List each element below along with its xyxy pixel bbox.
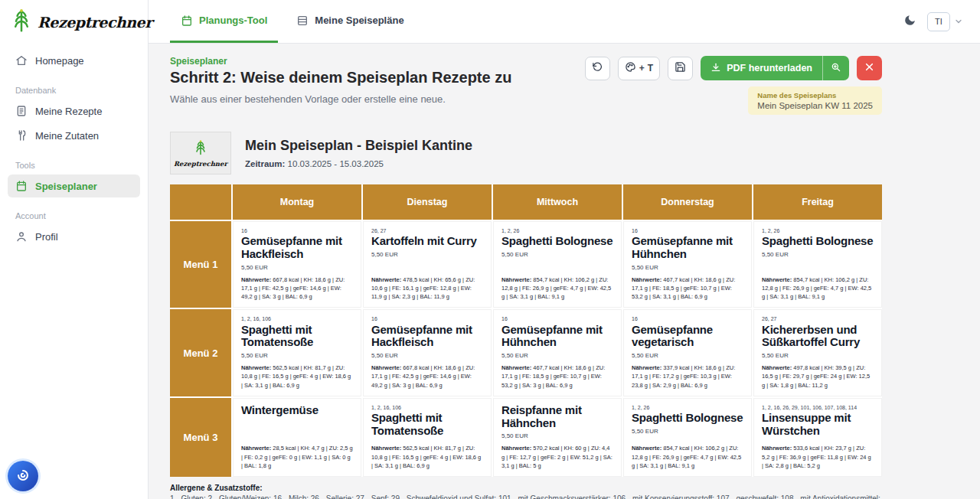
tab-label: Meine Speisepläne [315,15,403,26]
meal-price: 5,50 EUR [241,264,353,271]
chevron-down-icon [954,17,963,26]
meal-price: 5,50 EUR [632,352,743,359]
meal-allergens: 26, 27 [762,315,874,322]
meal-price: 5,50 EUR [762,251,874,258]
meal-price: 5,50 EUR [632,264,743,271]
chat-widget-button[interactable] [8,461,38,491]
sidebar-nav: Homepage Datenbank Meine Rezepte Meine Z… [0,44,148,254]
nutrition-label: Nährwerte: [632,445,662,452]
tab-planungs-tool[interactable]: Planungs-Tool [170,0,278,43]
meal-nutrition: Nährwerte: 28,5 kcal | KH: 4,7 g | ZU: 2… [241,439,353,470]
nutrition-label: Nährwerte: [241,445,271,452]
meal-allergens: 1, 2, 26 [632,404,743,411]
meal-cell-menu3-donnerstag[interactable]: 1, 2, 26 Spaghetti Bolognese 5,50 EUR Nä… [623,398,752,477]
meal-nutrition: Nährwerte: 478,5 kcal | KH: 65,6 g | ZU:… [371,271,483,302]
meal-price: 5,50 EUR [241,352,353,359]
plan-name-value: Mein Speiseplan KW 11 2025 [757,101,873,110]
meal-allergens: 1, 2, 26 [501,227,613,234]
meal-nutrition: Nährwerte: 562,5 kcal | KH: 81,7 g | ZU:… [241,359,353,390]
meal-cell-menu2-dienstag[interactable]: 16 Gemüsepfanne mit Hackfleisch 5,50 EUR… [363,309,492,396]
sidebar-item-meine-zutaten[interactable]: Meine Zutaten [8,124,140,147]
meal-cell-menu1-dienstag[interactable]: 26, 27 Kartoffeln mit Curry 5,50 EUR Näh… [363,221,492,308]
sidebar-item-label: Meine Zutaten [35,130,99,142]
meal-price: 5,50 EUR [501,251,613,258]
meal-cell-menu1-donnerstag[interactable]: 16 Gemüsepfanne mit Hühnchen 5,50 EUR Nä… [623,221,752,308]
topbar: Planungs-Tool Meine Speisepläne TI [149,0,980,44]
tab-meine-speiseplaene[interactable]: Meine Speisepläne [286,0,414,43]
undo-button[interactable] [585,57,610,80]
chat-icon [15,467,31,486]
plan-name-box[interactable]: Name des Speiseplans Mein Speiseplan KW … [748,86,882,115]
meal-cell-menu2-donnerstag[interactable]: 16 Gemüsepfanne vegetarisch 5,50 EUR Näh… [623,309,752,396]
meal-cell-menu2-mittwoch[interactable]: 16 Gemüsepfanne mit Hühnchen 5,50 EUR Nä… [493,309,622,396]
meal-title: Linsensuppe mit Würstchen [762,412,874,438]
meal-cell-menu1-freitag[interactable]: 1, 2, 26 Spaghetti Bolognese 5,50 EUR Nä… [753,221,882,308]
brand-tree-icon [11,8,32,37]
meal-title: Kartoffeln mit Curry [371,235,483,248]
plan-period-value: 10.03.2025 - 15.03.2025 [288,159,384,168]
meal-cell-menu2-freitag[interactable]: 26, 27 Kichererbsen und Süßkartoffel Cur… [753,309,882,396]
user-menu-button[interactable]: TI [927,12,963,31]
toolbar: + T [585,56,882,80]
undo-icon [592,61,603,75]
moon-icon [903,14,916,29]
meal-plan-table: Montag Dienstag Mittwoch Donnerstag Frei… [170,184,882,477]
meal-cell-menu3-dienstag[interactable]: 1, 2, 16, 106 Spaghetti mit Tomatensoße … [363,398,492,477]
nutrition-label: Nährwerte: [762,445,792,452]
meal-cell-menu2-montag[interactable]: 1, 2, 16, 106 Spaghetti mit Tomatensoße … [233,309,361,396]
meal-plans-icon [296,15,309,27]
recipes-icon [15,105,28,117]
meal-cell-menu3-freitag[interactable]: 1, 2, 16, 26, 29, 101, 106, 107, 108, 11… [753,398,882,477]
meal-cell-menu3-mittwoch[interactable]: Reispfanne mit Hähnchen 5,50 EUR Nährwer… [493,398,622,477]
zoom-in-icon [831,62,841,75]
sidebar-item-speiseplaner[interactable]: Speiseplaner [8,174,140,197]
download-icon [710,62,721,75]
meal-title: Spaghetti mit Tomatensoße [371,412,483,438]
sidebar-item-profil[interactable]: Profil [8,225,140,248]
meal-title: Spaghetti Bolognese [632,412,743,425]
page-subtitle: Wähle aus einer bestehenden Vorlage oder… [170,93,511,105]
meal-cell-menu1-mittwoch[interactable]: 1, 2, 26 Spaghetti Bolognese 5,50 EUR Nä… [493,221,622,308]
meal-nutrition: Nährwerte: 533,6 kcal | KH: 23,7 g | ZU:… [762,439,874,470]
main-column: Planungs-Tool Meine Speisepläne TI [149,0,980,499]
plan-logo: Rezeptrechner [170,132,231,174]
day-header-dienstag: Dienstag [363,184,492,220]
allergen-note-title: Allergene & Zusatzstoffe: [170,484,882,492]
save-button[interactable] [668,57,693,80]
pdf-preview-zoom-button[interactable] [823,56,849,80]
meal-allergens: 16 [501,315,613,322]
dark-mode-toggle[interactable] [903,14,916,29]
meal-title: Gemüsepfanne mit Hackfleisch [241,235,353,261]
plan-name-label: Name des Speiseplans [757,91,873,99]
nutrition-label: Nährwerte: [501,276,531,283]
palette-icon [625,61,636,75]
avatar: TI [927,12,950,31]
meal-cell-menu1-montag[interactable]: 16 Gemüsepfanne mit Hackfleisch 5,50 EUR… [233,221,361,308]
sidebar-section-account: Account [8,199,140,225]
sidebar-item-label: Profil [35,231,58,243]
sidebar-item-homepage[interactable]: Homepage [8,49,140,72]
meal-allergens: 26, 27 [371,227,483,234]
breadcrumb: Speiseplaner [170,56,511,67]
meal-nutrition: Nährwerte: 467,7 kcal | KH: 18,6 g | ZU:… [501,359,613,390]
menu-row-label: Menü 1 [170,221,231,308]
content-area: Speiseplaner Schritt 2: Weise deinem Spe… [149,44,980,499]
brand-logo[interactable]: Rezeptrechner [0,0,148,44]
topbar-tabs: Planungs-Tool Meine Speisepläne [170,0,415,43]
content-header: Speiseplaner Schritt 2: Weise deinem Spe… [170,56,882,115]
close-button[interactable] [857,56,882,80]
meal-nutrition: Nährwerte: 570,2 kcal | KH: 60 g | ZU: 4… [501,439,613,470]
meal-cell-menu3-montag[interactable]: Wintergemüse Nährwerte: 28,5 kcal | KH: … [233,398,361,477]
meal-allergens: 1, 2, 26 [762,227,874,234]
meal-price: 5,50 EUR [762,352,874,359]
sidebar-item-meine-rezepte[interactable]: Meine Rezepte [8,99,140,122]
meal-price: 5,50 EUR [501,352,613,359]
meal-title: Reispfanne mit Hähnchen [501,404,613,430]
meal-allergens: 16 [632,315,743,322]
nutrition-label: Nährwerte: [371,445,401,452]
style-text-button[interactable]: + T [618,57,660,80]
day-header-donnerstag: Donnerstag [623,184,752,220]
meal-title: Spaghetti mit Tomatensoße [241,324,353,350]
meal-title: Spaghetti Bolognese [501,235,613,248]
pdf-download-button[interactable]: PDF herunterladen [701,56,822,80]
